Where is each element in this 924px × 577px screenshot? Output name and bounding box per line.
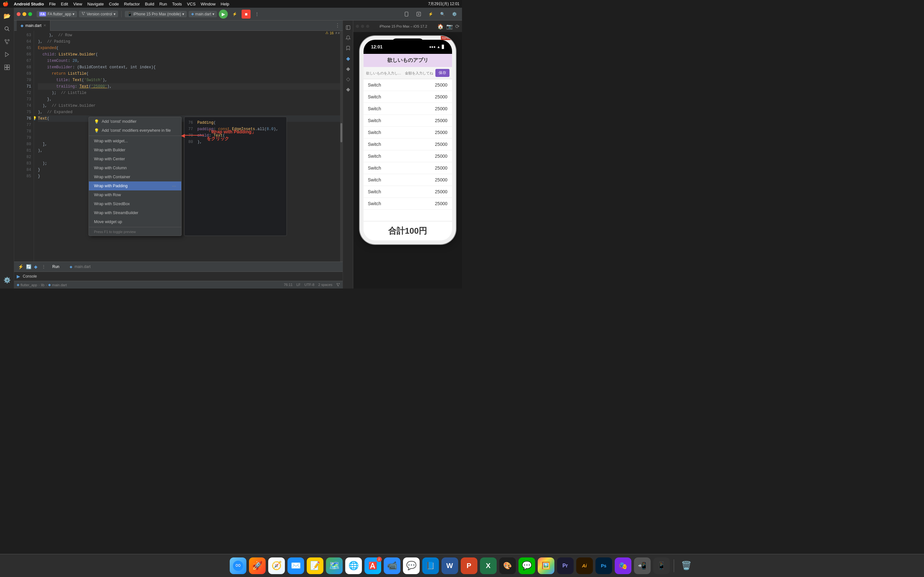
- code-line-69: return ListTile(: [38, 71, 342, 77]
- right-sidebar-flutter2[interactable]: ◆: [344, 64, 352, 73]
- ctx-wrap-streambuilder[interactable]: Wrap with StreamBuilder: [89, 208, 181, 218]
- traffic-light-red[interactable]: [17, 12, 21, 16]
- code-line-74: ), // ListView.builder: [38, 103, 342, 109]
- traffic-light-yellow[interactable]: [23, 12, 26, 16]
- bottom-tab-main[interactable]: ◆ main.dart: [66, 264, 94, 269]
- ctx-wrap-column[interactable]: Wrap with Column: [89, 163, 181, 172]
- scrollbar-thumb[interactable]: [341, 123, 342, 142]
- save-button[interactable]: 保存: [435, 69, 449, 77]
- search-input[interactable]: [366, 71, 434, 75]
- menu-navigate[interactable]: Navigate: [87, 2, 103, 6]
- search-bar: 保存: [363, 67, 452, 79]
- right-sidebar-flutter[interactable]: ◆: [344, 54, 352, 63]
- right-sidebar-flutter4[interactable]: ◆: [344, 85, 352, 93]
- device-manager-btn[interactable]: [401, 10, 412, 19]
- ctx-wrap-builder[interactable]: Wrap with Builder: [89, 145, 181, 155]
- apple-menu[interactable]: 🍎: [3, 1, 9, 7]
- item-name-6: Switch: [368, 153, 381, 159]
- menu-help[interactable]: Help: [221, 2, 229, 6]
- sim-tl-1[interactable]: [356, 25, 359, 28]
- annotation-text: 「Wrap with Padding」をクリック: [207, 129, 256, 142]
- activity-bar-search[interactable]: [1, 23, 13, 35]
- ctx-wrap-center[interactable]: Wrap with Center: [89, 155, 181, 163]
- sdk-manager-btn[interactable]: [414, 10, 424, 19]
- scrollbar-track[interactable]: [340, 31, 342, 261]
- more-button[interactable]: ⋮: [252, 10, 262, 19]
- settings-btn[interactable]: ⚙️: [449, 10, 459, 19]
- activity-bar-git[interactable]: [1, 36, 13, 47]
- ctx-wrap-sizedbox[interactable]: Wrap with SizedBox: [89, 199, 181, 208]
- ctx-wrap-streambuilder-label: Wrap with StreamBuilder: [94, 211, 138, 215]
- menu-android-studio[interactable]: Android Studio: [14, 2, 44, 6]
- debug-button[interactable]: ⚡: [230, 10, 240, 19]
- wifi-icon: ▲: [437, 45, 441, 49]
- sim-screenshot-icon[interactable]: 📷: [446, 23, 453, 29]
- activity-bar-settings[interactable]: ⚙️: [1, 274, 13, 286]
- ctx-move-widget-up[interactable]: Move widget up: [89, 218, 181, 226]
- ctx-add-const[interactable]: 💡 Add 'const' modifier: [89, 117, 181, 126]
- activity-bar-run[interactable]: [1, 49, 13, 60]
- item-name-3: Switch: [368, 118, 381, 123]
- main-content: FA FA flutter_app ▾ Version control ▾ 📱 …: [14, 8, 462, 288]
- right-sidebar-notifications[interactable]: [344, 33, 352, 42]
- right-sidebar-structure[interactable]: [344, 23, 352, 32]
- ctx-shortcut-hint: Press F1 to toggle preview: [89, 228, 181, 235]
- console-up-btn[interactable]: ⚡: [18, 264, 23, 269]
- item-price-1: 25000: [435, 94, 447, 99]
- menu-vcs[interactable]: VCS: [187, 2, 196, 6]
- list-item-2: Switch 25000: [363, 103, 452, 115]
- ctx-wrap-row[interactable]: Wrap with Row: [89, 190, 181, 199]
- ctx-add-const-everywhere[interactable]: 💡 Add 'const' modifiers everywhere in fi…: [89, 126, 181, 135]
- sim-tl-3[interactable]: [366, 25, 369, 28]
- bottom-tab-run[interactable]: Run: [48, 264, 63, 269]
- code-line-65: Expanded(: [38, 45, 342, 51]
- console-bar: ▶ Console: [14, 272, 342, 281]
- menu-build[interactable]: Build: [145, 2, 154, 6]
- sim-home-icon[interactable]: 🏠: [437, 23, 444, 29]
- traffic-light-green[interactable]: [28, 12, 32, 16]
- menu-run[interactable]: Run: [160, 2, 167, 6]
- ctx-move-widget-up-label: Move widget up: [94, 219, 122, 224]
- menu-file[interactable]: File: [49, 2, 56, 6]
- menu-window[interactable]: Window: [201, 2, 216, 6]
- tab-more-btn[interactable]: ⋮: [335, 23, 342, 29]
- menu-tools[interactable]: Tools: [172, 2, 182, 6]
- item-name-5: Switch: [368, 142, 381, 147]
- project-selector[interactable]: FA FA flutter_app ▾: [37, 11, 77, 17]
- menu-view[interactable]: View: [73, 2, 82, 6]
- breadcrumb: ◆ flutter_app › lib › ◆ main.dart: [17, 283, 67, 287]
- activity-bar-files[interactable]: 📂: [1, 10, 13, 22]
- console-refresh-btn[interactable]: 🔄: [26, 264, 31, 269]
- item-name-7: Switch: [368, 165, 381, 171]
- tab-main-dart[interactable]: ◆ main.dart ✕: [17, 21, 50, 31]
- run-button[interactable]: ▶: [219, 10, 228, 19]
- console-more-btn[interactable]: ⋮: [41, 264, 46, 269]
- menu-refactor[interactable]: Refactor: [124, 2, 140, 6]
- device-selector[interactable]: 📱 iPhone 15 Pro Max (mobile) ▾: [125, 11, 187, 17]
- right-sidebar-flutter3[interactable]: ◇: [344, 74, 352, 83]
- sim-nav-btns: 🏠 📷 ⟳: [437, 23, 459, 29]
- menubar-clock: 7月29日(月) 12:01: [428, 1, 459, 7]
- activity-bar-extensions[interactable]: [1, 61, 13, 73]
- annotation-container: ◀ 「Wrap with Padding」をクリック: [185, 129, 256, 142]
- item-name-0: Switch: [368, 82, 381, 87]
- console-flutter-btn[interactable]: ◆: [34, 264, 37, 269]
- ctx-sep-2: [89, 227, 181, 227]
- ctx-wrap-container[interactable]: Wrap with Container: [89, 172, 181, 181]
- sim-rotate-icon[interactable]: ⟳: [455, 23, 459, 29]
- ctx-wrap-padding[interactable]: Wrap with Padding ⋯: [89, 181, 181, 190]
- search-btn[interactable]: 🔍: [438, 10, 447, 19]
- menu-edit[interactable]: Edit: [61, 2, 68, 6]
- right-sidebar-bookmarks[interactable]: [344, 44, 352, 53]
- console-tab-bar: ⚡ 🔄 ◆ ⋮ Run ◆ main.dart: [17, 262, 340, 271]
- profiler-btn[interactable]: ⚡: [426, 10, 436, 19]
- stop-button[interactable]: ■: [242, 10, 250, 19]
- version-control-selector[interactable]: Version control ▾: [79, 11, 118, 17]
- file-selector[interactable]: ◆ main.dart ▾: [189, 11, 217, 17]
- menu-code[interactable]: Code: [109, 2, 119, 6]
- simulator-header: iPhone 15 Pro Max – iOS 17.2 🏠 📷 ⟳: [353, 21, 462, 32]
- bulb-icon[interactable]: 💡: [34, 115, 37, 122]
- sim-tl-2[interactable]: [361, 25, 364, 28]
- ctx-wrap-widget[interactable]: Wrap with widget...: [89, 137, 181, 145]
- tab-close-btn[interactable]: ✕: [43, 23, 46, 27]
